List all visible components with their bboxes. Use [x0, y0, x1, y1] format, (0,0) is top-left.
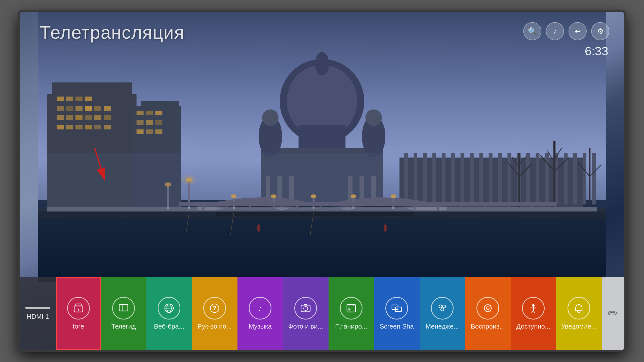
svg-rect-5 [57, 97, 64, 101]
svg-rect-15 [57, 115, 64, 120]
screen: Телетрансляция 🔍 ♪ ↩ ⚙ 6:33 [20, 12, 624, 350]
svg-rect-8 [85, 97, 92, 101]
svg-point-44 [262, 109, 278, 126]
tile-screensha[interactable]: Screen Sha [374, 277, 420, 350]
tile-photo[interactable]: Фото и ви... [283, 277, 329, 350]
svg-marker-131 [78, 309, 80, 311]
tile-hdmi[interactable]: HDMI 1 [20, 277, 56, 350]
manager-icon [431, 297, 454, 320]
svg-point-160 [532, 304, 535, 307]
planner-icon [340, 297, 363, 320]
svg-rect-16 [66, 115, 73, 120]
tile-manager-label: Менедже... [425, 323, 459, 330]
svg-rect-22 [66, 125, 73, 129]
time-display: 6:33 [585, 44, 609, 58]
svg-rect-147 [347, 304, 355, 312]
photo-icon [294, 297, 317, 320]
tile-help[interactable]: ? Рук-во по... [192, 277, 237, 350]
svg-rect-32 [137, 120, 144, 125]
svg-point-159 [490, 305, 491, 306]
tile-notify[interactable]: Уведомле... [556, 277, 602, 350]
svg-rect-130 [74, 306, 83, 312]
svg-line-164 [533, 311, 535, 313]
help-icon: ? [203, 297, 226, 320]
svg-rect-14 [104, 106, 111, 111]
hdmi-icon [25, 307, 50, 309]
tile-edit[interactable]: ✏ [602, 277, 624, 350]
tile-access-label: Доступно... [516, 323, 550, 330]
access-icon [522, 297, 545, 320]
header-icons: 🔍 ♪ ↩ ⚙ [523, 22, 609, 40]
svg-rect-7 [75, 97, 83, 101]
svg-rect-10 [66, 106, 73, 111]
edit-icon: ✏ [608, 306, 618, 321]
svg-rect-29 [137, 111, 144, 115]
svg-rect-37 [155, 129, 162, 134]
svg-rect-25 [94, 125, 101, 129]
svg-rect-31 [155, 111, 162, 115]
page-title: Телетрансляция [40, 22, 185, 43]
tile-music[interactable]: ♪ Музыка [237, 277, 283, 350]
svg-rect-11 [75, 106, 83, 111]
svg-rect-33 [146, 120, 153, 125]
svg-line-128 [95, 148, 105, 180]
notify-icon [568, 297, 590, 320]
svg-rect-24 [85, 125, 92, 129]
app-bar: HDMI 1 tore [20, 277, 624, 350]
svg-line-163 [532, 311, 533, 313]
tile-access[interactable]: Доступно... [511, 277, 556, 350]
svg-rect-35 [137, 129, 144, 134]
input-button[interactable]: ↩ [569, 22, 587, 40]
settings-button[interactable]: ⚙ [591, 22, 609, 40]
store-icon [67, 297, 90, 320]
tile-manager[interactable]: Менедже... [420, 277, 465, 350]
tile-sound[interactable]: Воспроиз... [465, 277, 511, 350]
svg-point-165 [578, 310, 580, 312]
svg-point-96 [384, 224, 387, 232]
svg-rect-20 [104, 115, 111, 120]
tile-store-label: tore [73, 323, 84, 330]
music-icon-tile: ♪ [249, 297, 271, 320]
arrow-indicator [87, 143, 117, 189]
tile-teleguide[interactable]: Телегид [101, 277, 146, 350]
search-button[interactable]: 🔍 [523, 22, 541, 40]
tile-browser-label: Веб-бра... [154, 323, 184, 330]
svg-point-145 [304, 306, 308, 310]
tile-photo-label: Фото и ви... [288, 323, 323, 330]
svg-point-158 [486, 307, 489, 310]
svg-rect-19 [94, 115, 101, 120]
svg-rect-21 [57, 125, 64, 129]
tv-frame: Телетрансляция 🔍 ♪ ↩ ⚙ 6:33 [18, 10, 626, 352]
svg-rect-30 [146, 111, 153, 115]
tile-help-label: Рук-во по... [197, 323, 232, 330]
svg-point-156 [441, 308, 444, 311]
svg-rect-23 [75, 125, 83, 129]
svg-rect-34 [155, 120, 162, 125]
svg-rect-4 [52, 82, 132, 129]
svg-text:♪: ♪ [258, 304, 262, 313]
tile-sound-label: Воспроиз... [471, 323, 505, 330]
svg-rect-36 [146, 129, 153, 134]
svg-rect-151 [348, 308, 350, 310]
teleguide-icon [112, 297, 135, 320]
browser-icon [158, 297, 180, 320]
tile-music-label: Музыка [249, 323, 272, 330]
sound-icon [476, 297, 499, 320]
svg-point-95 [257, 224, 260, 232]
screensha-icon [385, 297, 408, 320]
tile-hdmi-label: HDMI 1 [27, 313, 49, 321]
header: Телетрансляция 🔍 ♪ ↩ ⚙ 6:33 [20, 12, 624, 62]
music-button[interactable]: ♪ [546, 22, 564, 40]
tile-screensha-label: Screen Sha [380, 323, 414, 330]
tile-planner[interactable]: Планиро... [329, 277, 374, 350]
tile-planner-label: Планиро... [335, 323, 367, 330]
svg-rect-17 [75, 115, 83, 120]
tile-store[interactable]: tore [56, 277, 101, 350]
svg-rect-126 [38, 153, 606, 211]
svg-rect-6 [66, 97, 73, 101]
tile-browser[interactable]: Веб-бра... [146, 277, 192, 350]
tile-teleguide-label: Телегид [111, 323, 136, 330]
svg-text:?: ? [213, 305, 217, 311]
svg-rect-18 [85, 115, 92, 120]
svg-rect-12 [85, 106, 92, 111]
